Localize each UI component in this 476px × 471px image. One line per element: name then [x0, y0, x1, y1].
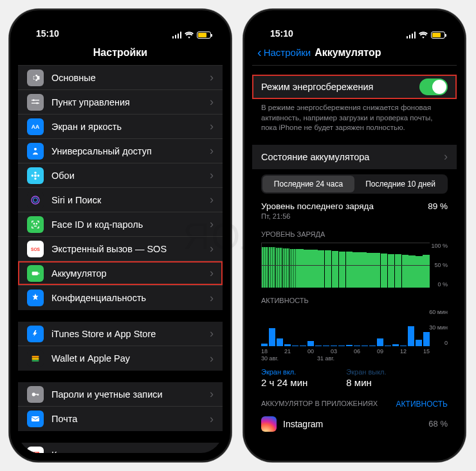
- list-item[interactable]: Универсальный доступ›: [18, 139, 223, 163]
- show-activity-link[interactable]: АКТИВНОСТЬ: [396, 400, 448, 409]
- sliders-icon: [27, 94, 44, 111]
- notch: [306, 18, 403, 33]
- row-label: Обои: [51, 171, 202, 181]
- calendar-icon: 31: [27, 447, 44, 453]
- low-power-mode-row[interactable]: Режим энергосбережения: [252, 75, 457, 99]
- svg-rect-19: [32, 358, 39, 360]
- chevron-right-icon: ›: [210, 217, 214, 231]
- status-indicators: [407, 32, 446, 39]
- mail-icon: [27, 411, 44, 427]
- svg-point-11: [32, 196, 39, 204]
- nav-bar: Настройки: [18, 40, 223, 66]
- svg-rect-17: [39, 272, 39, 274]
- list-item[interactable]: Wallet и Apple Pay›: [18, 346, 223, 371]
- svg-point-10: [37, 174, 39, 176]
- siri-icon: [27, 192, 44, 208]
- battery-content[interactable]: Режим энергосбережения В режиме энергосб…: [252, 66, 457, 453]
- phone-left: 15:10 Настройки Основные›Пункт управлени…: [9, 9, 232, 462]
- app-name: Instagram: [283, 419, 422, 429]
- list-item[interactable]: Конфиденциальность›: [18, 286, 223, 310]
- svg-rect-20: [32, 360, 39, 362]
- svg-rect-16: [32, 272, 38, 275]
- list-item[interactable]: Face ID и код-пароль›: [18, 212, 223, 237]
- chevron-right-icon: ›: [210, 71, 214, 84]
- svg-rect-23: [37, 394, 38, 396]
- chevron-right-icon: ›: [210, 144, 214, 158]
- notch: [72, 18, 169, 33]
- svg-rect-3: [32, 102, 39, 103]
- low-power-description: В режиме энергосбережения снижается фоно…: [252, 99, 457, 133]
- chevron-right-icon: ›: [210, 291, 214, 305]
- last-charge-time: Пт, 21:56: [261, 212, 374, 220]
- wifi-icon: [185, 32, 194, 39]
- list-item[interactable]: iTunes Store и App Store›: [18, 322, 223, 346]
- signal-icon: [172, 32, 182, 39]
- gear-icon: [27, 69, 44, 86]
- screen-right: 15:10 ‹ Настройки Аккумулятор Режим энер…: [252, 18, 457, 453]
- phone-right: 15:10 ‹ Настройки Аккумулятор Режим энер…: [243, 9, 466, 462]
- wallet-icon: [27, 350, 44, 367]
- chevron-right-icon: ›: [210, 169, 214, 182]
- svg-point-7: [34, 171, 36, 173]
- row-label: Wallet и Apple Pay: [51, 353, 202, 364]
- list-item[interactable]: Обои›: [18, 163, 223, 188]
- list-item[interactable]: Почта›: [18, 407, 223, 431]
- list-item[interactable]: Аккумулятор›: [18, 261, 223, 286]
- screen-time-stats: Экран вкл. 2 ч 24 мин Экран выкл. 8 мин: [252, 364, 457, 393]
- chevron-right-icon: ›: [210, 266, 214, 280]
- battery-health-row[interactable]: Состояние аккумулятора ›: [252, 145, 457, 169]
- row-label: iTunes Store и App Store: [51, 329, 202, 339]
- row-label: Аккумулятор: [51, 268, 202, 279]
- list-item[interactable]: Siri и Поиск›: [18, 188, 223, 212]
- instagram-icon: [261, 416, 277, 432]
- list-item[interactable]: Пункт управления›: [18, 90, 223, 115]
- appstore-icon: [27, 326, 44, 342]
- seg-10d[interactable]: Последние 10 дней: [354, 176, 446, 192]
- level-header: УРОВЕНЬ ЗАРЯДА: [252, 224, 457, 241]
- svg-point-21: [32, 392, 35, 396]
- settings-list[interactable]: Основные›Пункт управления›AAЭкран и ярко…: [18, 66, 223, 453]
- svg-rect-24: [32, 416, 39, 421]
- svg-point-12: [33, 198, 38, 202]
- battery-level-chart: 100 %50 %0 %: [261, 243, 448, 288]
- chevron-right-icon: ›: [210, 193, 214, 207]
- row-label: Экстренный вызов — SOS: [51, 244, 202, 254]
- seg-24h[interactable]: Последние 24 часа: [262, 176, 354, 192]
- wifi-icon: [419, 32, 428, 39]
- nav-bar: ‹ Настройки Аккумулятор: [252, 40, 457, 66]
- activity-header: АКТИВНОСТЬ: [252, 290, 457, 308]
- row-label: Face ID и код-пароль: [51, 219, 202, 230]
- chevron-right-icon: ›: [210, 352, 214, 365]
- svg-rect-1: [32, 100, 39, 100]
- person-icon: [27, 143, 44, 160]
- hand-icon: [27, 290, 44, 306]
- list-item[interactable]: SOSЭкстренный вызов — SOS›: [18, 237, 223, 261]
- screen-left: 15:10 Настройки Основные›Пункт управлени…: [18, 18, 223, 453]
- low-power-toggle[interactable]: [419, 78, 448, 95]
- list-item[interactable]: Пароли и учетные записи›: [18, 382, 223, 407]
- row-label: Календарь: [51, 450, 202, 453]
- svg-text:SOS: SOS: [31, 246, 41, 251]
- row-label: Пункт управления: [51, 97, 202, 107]
- svg-point-13: [33, 223, 34, 224]
- list-item[interactable]: Основные›: [18, 66, 223, 90]
- time-range-segment[interactable]: Последние 24 часа Последние 10 дней: [261, 174, 448, 194]
- key-icon: [27, 386, 44, 403]
- last-charge-label: Уровень последнего заряда: [261, 201, 374, 211]
- app-row-instagram[interactable]: Instagram 68 %: [252, 412, 457, 436]
- list-item[interactable]: AAЭкран и яркость›: [18, 115, 223, 139]
- aa-icon: AA: [27, 118, 44, 135]
- chevron-right-icon: ›: [210, 95, 214, 109]
- screen-on-value: 2 ч 24 мин: [261, 377, 307, 388]
- xaxis-labels: 1821000306091215: [261, 348, 448, 355]
- page-title: Аккумулятор: [315, 47, 381, 59]
- row-label: Универсальный доступ: [51, 146, 202, 156]
- chevron-left-icon: ‹: [257, 45, 262, 60]
- svg-point-6: [34, 174, 37, 177]
- back-button[interactable]: ‹ Настройки: [257, 45, 311, 60]
- chevron-right-icon: ›: [210, 120, 214, 133]
- svg-rect-26: [32, 452, 39, 453]
- screen-off-label: Экран выкл.: [346, 368, 386, 376]
- list-item[interactable]: 31Календарь›: [18, 443, 223, 453]
- chevron-right-icon: ›: [210, 412, 214, 426]
